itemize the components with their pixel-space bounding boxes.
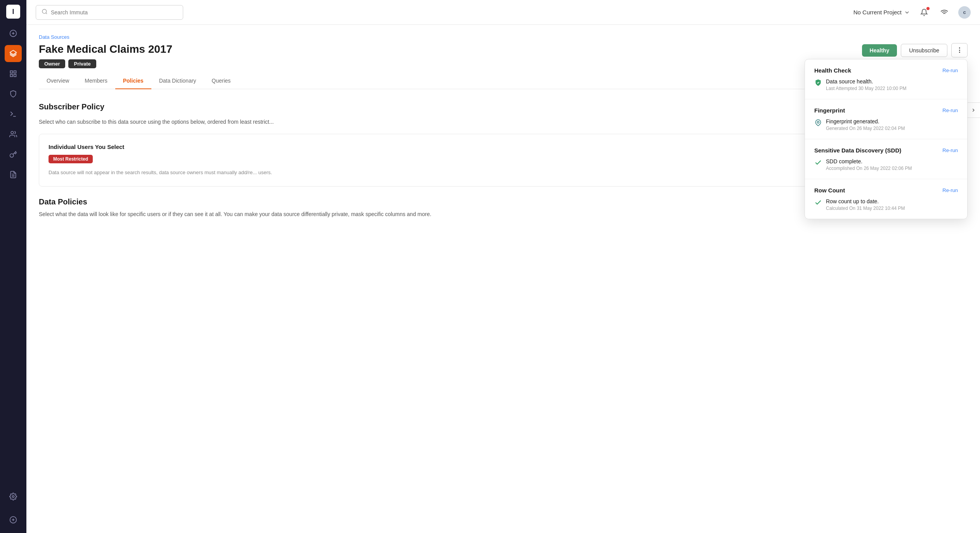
row-count-section: Row Count Re-run Row count up to date. C… (805, 179, 967, 219)
header-actions: Healthy Unsubscribe ⋮ (862, 43, 968, 57)
fingerprint-rerun[interactable]: Re-run (942, 107, 958, 113)
sidebar-item-key[interactable] (5, 146, 22, 163)
sdd-check-icon (814, 159, 822, 168)
health-check-title: Health Check (814, 67, 851, 74)
page-content: Data Sources Fake Medical Claims 2017 Ow… (26, 25, 980, 533)
row-count-item: Row count up to date. Calculated On 31 M… (814, 198, 958, 211)
right-panel-toggle[interactable] (966, 102, 980, 118)
row-count-check-icon (814, 199, 822, 208)
subscriber-policy-title: Subscriber Policy (39, 102, 104, 111)
svg-point-16 (42, 9, 47, 14)
svg-point-12 (12, 496, 14, 498)
fingerprint-item-title: Fingerprint generated. (826, 118, 905, 125)
badge-owner[interactable]: Owner (39, 59, 65, 68)
tab-queries[interactable]: Queries (204, 73, 238, 89)
avatar[interactable]: c (958, 6, 971, 19)
sdd-header: Sensitive Data Discovery (SDD) Re-run (814, 147, 958, 154)
tab-overview[interactable]: Overview (39, 73, 77, 89)
health-check-header: Health Check Re-run (814, 67, 958, 74)
health-check-shield-icon (814, 79, 822, 88)
sidebar: I (0, 0, 26, 533)
row-count-item-title: Row count up to date. (826, 198, 905, 204)
topbar: No Current Project c (26, 0, 980, 25)
sidebar-item-add[interactable] (5, 25, 22, 42)
tab-policies[interactable]: Policies (115, 73, 151, 89)
sdd-rerun[interactable]: Re-run (942, 147, 958, 153)
app-logo: I (6, 5, 20, 19)
health-check-item: Data source health. Last Attempted 30 Ma… (814, 78, 958, 91)
health-check-item-sub: Last Attempted 30 May 2022 10:00 PM (826, 86, 906, 91)
sidebar-item-notes[interactable] (5, 166, 22, 183)
most-restricted-badge: Most Restricted (49, 155, 93, 163)
svg-rect-5 (14, 71, 16, 73)
page-title-area: Fake Medical Claims 2017 Owner Private (39, 43, 172, 68)
sidebar-item-shield[interactable] (5, 85, 22, 102)
unsubscribe-button[interactable]: Unsubscribe (901, 44, 947, 57)
sdd-text: SDD complete. Accomplished On 26 May 202… (826, 158, 912, 171)
project-selector[interactable]: No Current Project (853, 9, 910, 16)
sidebar-item-users[interactable] (5, 126, 22, 143)
svg-point-9 (11, 132, 14, 134)
search-box[interactable] (36, 5, 183, 20)
sdd-item: SDD complete. Accomplished On 26 May 202… (814, 158, 958, 171)
fingerprint-text: Fingerprint generated. Generated On 26 M… (826, 118, 905, 131)
fingerprint-item: Fingerprint generated. Generated On 26 M… (814, 118, 958, 131)
tab-members[interactable]: Members (77, 73, 115, 89)
notifications-icon[interactable] (918, 6, 930, 19)
svg-line-17 (46, 13, 47, 14)
fingerprint-item-sub: Generated On 26 May 2022 02:04 PM (826, 126, 905, 131)
health-check-rerun[interactable]: Re-run (942, 67, 958, 73)
topbar-right: No Current Project c (853, 6, 971, 19)
breadcrumb[interactable]: Data Sources (39, 34, 968, 40)
healthy-button[interactable]: Healthy (862, 44, 897, 57)
sidebar-item-plus-circle-bottom[interactable] (5, 511, 22, 528)
sidebar-item-terminal[interactable] (5, 106, 22, 123)
sdd-section: Sensitive Data Discovery (SDD) Re-run SD… (805, 139, 967, 179)
main-content: No Current Project c Data Sources Fake M… (26, 0, 980, 533)
health-check-section: Health Check Re-run Data source health. … (805, 59, 967, 99)
health-check-dropdown: Health Check Re-run Data source health. … (805, 59, 968, 219)
row-count-item-sub: Calculated On 31 May 2022 10:44 PM (826, 206, 905, 211)
search-input[interactable] (51, 9, 177, 16)
more-button[interactable]: ⋮ (951, 43, 968, 57)
page-title: Fake Medical Claims 2017 (39, 43, 172, 55)
row-count-text: Row count up to date. Calculated On 31 M… (826, 198, 905, 211)
badge-row: Owner Private (39, 59, 172, 68)
sdd-item-title: SDD complete. (826, 158, 912, 164)
health-check-text: Data source health. Last Attempted 30 Ma… (826, 78, 906, 91)
search-icon (42, 9, 48, 16)
row-count-header: Row Count Re-run (814, 187, 958, 194)
wifi-icon[interactable] (938, 6, 951, 19)
notification-dot (926, 7, 930, 10)
health-check-item-title: Data source health. (826, 78, 906, 85)
fingerprint-title: Fingerprint (814, 107, 845, 114)
fingerprint-header: Fingerprint Re-run (814, 107, 958, 114)
sdd-item-sub: Accomplished On 26 May 2022 02:06 PM (826, 166, 912, 171)
fingerprint-icon (814, 119, 822, 128)
sdd-title: Sensitive Data Discovery (SDD) (814, 147, 901, 154)
svg-rect-4 (10, 71, 13, 73)
sidebar-item-layers[interactable] (5, 45, 22, 62)
row-count-rerun[interactable]: Re-run (942, 187, 958, 193)
row-count-title: Row Count (814, 187, 845, 194)
tab-data-dictionary[interactable]: Data Dictionary (151, 73, 204, 89)
project-label: No Current Project (853, 9, 902, 16)
fingerprint-section: Fingerprint Re-run Fingerprint generated… (805, 99, 967, 139)
svg-rect-6 (10, 74, 13, 77)
sidebar-item-grid[interactable] (5, 65, 22, 82)
sidebar-item-settings[interactable] (5, 488, 22, 505)
svg-rect-7 (14, 74, 16, 77)
badge-private[interactable]: Private (68, 59, 96, 68)
